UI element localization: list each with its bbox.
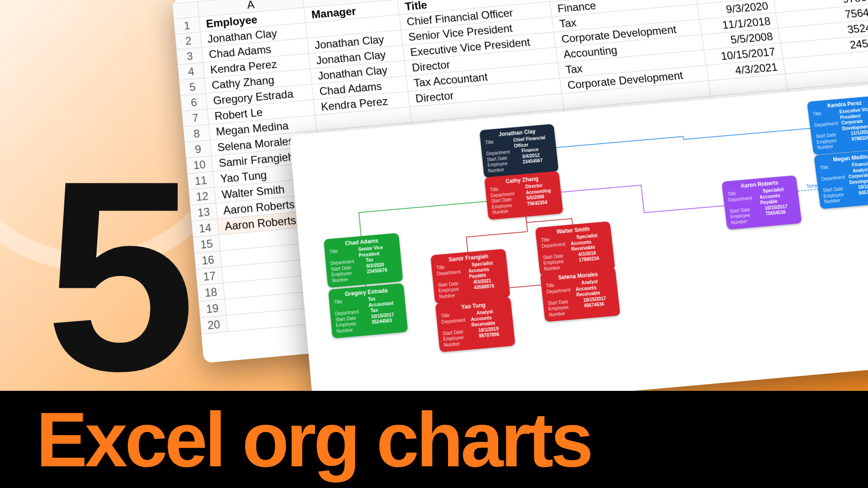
row-number[interactable]: 3 [176,47,203,65]
org-chart-window: Temporary Assignment 3/15/25 Jonathan Cl… [289,83,868,419]
org-card[interactable]: Jonathan ClayTitleChief Financial Office… [479,124,558,178]
org-card[interactable]: Samir FrangiehTitleSpecialistDepartmentA… [430,249,510,304]
row-number[interactable]: 5 [179,78,206,96]
org-card[interactable]: Chad AdamsTitleSenior Vice PresidentDepa… [324,233,403,288]
row-number[interactable]: 9 [184,140,212,158]
row-number[interactable]: 16 [194,251,222,269]
row-number[interactable]: 7 [182,109,208,127]
row-number[interactable]: 6 [180,94,207,111]
row-number[interactable]: 18 [197,283,224,301]
row-number[interactable]: 13 [190,203,217,221]
title-bar: Excel org charts [0,391,868,488]
row-number[interactable]: 4 [178,63,204,80]
row-number[interactable]: 19 [198,299,226,318]
row-number[interactable]: 2 [175,32,202,50]
row-number[interactable]: 10 [186,156,213,174]
org-card[interactable]: Gregory EstradaTitleTax AccountantDepart… [328,283,408,338]
org-card[interactable]: Megan MedinaTitleFinancial AnalystDepart… [814,149,868,209]
row-number[interactable]: 20 [200,315,228,334]
org-card[interactable]: Yao TungTitleAnalystDepartmentAccounts R… [435,297,515,352]
org-card[interactable]: Cathy ZhangTitleDirectorDepartmentAccoun… [484,171,563,220]
row-number[interactable]: 11 [187,172,214,190]
org-card[interactable]: Selena MoralesTitleAnalystDepartmentAcco… [540,267,620,322]
corner-cell[interactable] [172,2,199,19]
big-number: 5 [45,181,183,371]
row-number[interactable]: 17 [196,267,223,286]
org-card[interactable]: Kendra PerezTitleExecutive Vice Presiden… [807,95,868,155]
title-text: Excel org charts [36,395,591,484]
row-number[interactable]: 1 [174,17,200,34]
row-number[interactable]: 15 [193,235,220,253]
row-number[interactable]: 12 [189,187,216,205]
row-number[interactable]: 8 [183,125,210,142]
org-card[interactable]: Aaron RobertsTitleSpecialistDepartmentAc… [722,175,802,230]
row-number[interactable]: 14 [192,219,219,237]
